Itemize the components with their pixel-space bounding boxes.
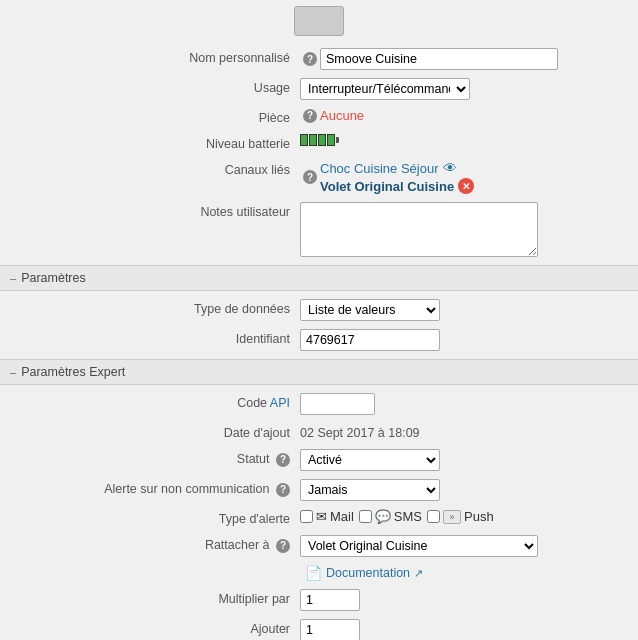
code-api-input[interactable] xyxy=(300,393,375,415)
multiplier-input[interactable] xyxy=(300,589,360,611)
battery-cell-1 xyxy=(300,134,308,146)
doc-icon: 📄 xyxy=(305,565,322,581)
type-alerte-value: ✉ Mail 💬 SMS » Push xyxy=(300,509,628,524)
type-donnees-label: Type de données xyxy=(10,299,300,316)
rattacher-label: Rattacher à ? xyxy=(10,535,300,553)
date-ajout-row: Date d'ajout 02 Sept 2017 à 18:09 xyxy=(0,419,638,445)
rattacher-row: Rattacher à ? Volet Original Cuisine xyxy=(0,531,638,561)
parametres-header-label: Paramètres xyxy=(21,271,86,285)
canal1-link[interactable]: Choc Cuisine Séjour xyxy=(320,161,439,176)
alert-type-options: ✉ Mail 💬 SMS » Push xyxy=(300,509,494,524)
canal2-link[interactable]: Volet Original Cuisine xyxy=(320,179,454,194)
type-donnees-value: Liste de valeurs xyxy=(300,299,628,321)
alert-mail-label: Mail xyxy=(330,509,354,524)
statut-help-icon[interactable]: ? xyxy=(276,453,290,467)
piece-value: ? Aucune xyxy=(300,108,628,123)
statut-select[interactable]: Activé xyxy=(300,449,440,471)
piece-row: Pièce ? Aucune xyxy=(0,104,638,130)
canal-item-1: Choc Cuisine Séjour 👁 xyxy=(320,160,474,176)
usage-row: Usage Interrupteur/Télécommande xyxy=(0,74,638,104)
canaux-row: Canaux liés ? Choc Cuisine Séjour 👁 Vole… xyxy=(0,156,638,198)
expert-collapse-icon[interactable]: – xyxy=(10,366,16,378)
nom-value: ? xyxy=(300,48,628,70)
code-api-label: Code API xyxy=(10,393,300,410)
canal1-eye-icon[interactable]: 👁 xyxy=(443,160,457,176)
notes-label: Notes utilisateur xyxy=(10,202,300,219)
alert-push-item: » Push xyxy=(427,509,494,524)
alerte-row: Alerte sur non communication ? Jamais xyxy=(0,475,638,505)
battery-indicator xyxy=(300,134,339,146)
canal-item-2: Volet Original Cuisine ✕ xyxy=(320,178,474,194)
code-api-row: Code API xyxy=(0,389,638,419)
multiplier-label: Multiplier par xyxy=(10,589,300,606)
alert-push-label: Push xyxy=(464,509,494,524)
battery-cell-3 xyxy=(318,134,326,146)
type-donnees-select[interactable]: Liste de valeurs xyxy=(300,299,440,321)
code-api-value xyxy=(300,393,628,415)
alert-sms-item: 💬 SMS xyxy=(359,509,422,524)
parametres-section: Type de données Liste de valeurs Identif… xyxy=(0,291,638,359)
multiplier-row: Multiplier par xyxy=(0,585,638,615)
notes-textarea[interactable] xyxy=(300,202,538,257)
nom-help-icon[interactable]: ? xyxy=(303,52,317,66)
rattacher-value: Volet Original Cuisine xyxy=(300,535,628,557)
alert-mail-item: ✉ Mail xyxy=(300,509,354,524)
parametres-expert-header: – Paramètres Expert xyxy=(0,359,638,385)
sms-icon: 💬 xyxy=(375,509,391,524)
device-thumbnail xyxy=(294,6,344,36)
canal2-remove-icon[interactable]: ✕ xyxy=(458,178,474,194)
alert-mail-checkbox[interactable] xyxy=(300,510,313,523)
batterie-label: Niveau batterie xyxy=(10,134,300,151)
alert-push-checkbox[interactable] xyxy=(427,510,440,523)
battery-cell-4 xyxy=(327,134,335,146)
notes-row: Notes utilisateur xyxy=(0,198,638,261)
identifiant-input[interactable] xyxy=(300,329,440,351)
external-link-icon: ↗ xyxy=(414,567,423,580)
ajouter-row: Ajouter xyxy=(0,615,638,640)
canaux-value: ? Choc Cuisine Séjour 👁 Volet Original C… xyxy=(300,160,628,194)
parametres-header: – Paramètres xyxy=(0,265,638,291)
date-ajout-value: 02 Sept 2017 à 18:09 xyxy=(300,423,628,440)
alert-sms-checkbox[interactable] xyxy=(359,510,372,523)
nom-row: Nom personnalisé ? xyxy=(0,44,638,74)
documentation-link[interactable]: Documentation xyxy=(326,566,410,580)
push-icon: » xyxy=(443,510,461,524)
nom-input[interactable] xyxy=(320,48,558,70)
batterie-row: Niveau batterie xyxy=(0,130,638,156)
batterie-value xyxy=(300,134,628,146)
device-image-area xyxy=(0,0,638,40)
statut-value: Activé xyxy=(300,449,628,471)
type-donnees-row: Type de données Liste de valeurs xyxy=(0,295,638,325)
type-alerte-row: Type d'alerte ✉ Mail 💬 SMS » xyxy=(0,505,638,531)
form-section: Nom personnalisé ? Usage Interrupteur/Té… xyxy=(0,40,638,265)
ajouter-value xyxy=(300,619,628,640)
canaux-label: Canaux liés xyxy=(10,160,300,177)
type-alerte-label: Type d'alerte xyxy=(10,509,300,526)
rattacher-select[interactable]: Volet Original Cuisine xyxy=(300,535,538,557)
piece-link[interactable]: Aucune xyxy=(320,108,364,123)
parametres-collapse-icon[interactable]: – xyxy=(10,272,16,284)
statut-row: Statut ? Activé xyxy=(0,445,638,475)
date-ajout-label: Date d'ajout xyxy=(10,423,300,440)
usage-select[interactable]: Interrupteur/Télécommande xyxy=(300,78,470,100)
rattacher-help-icon[interactable]: ? xyxy=(276,539,290,553)
alerte-help-icon[interactable]: ? xyxy=(276,483,290,497)
api-link[interactable]: API xyxy=(270,396,290,410)
battery-cell-2 xyxy=(309,134,317,146)
date-ajout-text: 02 Sept 2017 à 18:09 xyxy=(300,423,420,440)
expert-section: Code API Date d'ajout 02 Sept 2017 à 18:… xyxy=(0,385,638,640)
identifiant-value xyxy=(300,329,628,351)
canaux-help-icon[interactable]: ? xyxy=(303,170,317,184)
identifiant-label: Identifiant xyxy=(10,329,300,346)
alert-sms-label: SMS xyxy=(394,509,422,524)
piece-label: Pièce xyxy=(10,108,300,125)
notes-value xyxy=(300,202,628,257)
piece-help-icon[interactable]: ? xyxy=(303,109,317,123)
alerte-label: Alerte sur non communication ? xyxy=(10,479,300,497)
ajouter-label: Ajouter xyxy=(10,619,300,636)
documentation-row: 📄 Documentation ↗ xyxy=(0,561,638,585)
multiplier-value xyxy=(300,589,628,611)
alerte-select[interactable]: Jamais xyxy=(300,479,440,501)
ajouter-input[interactable] xyxy=(300,619,360,640)
expert-header-label: Paramètres Expert xyxy=(21,365,125,379)
